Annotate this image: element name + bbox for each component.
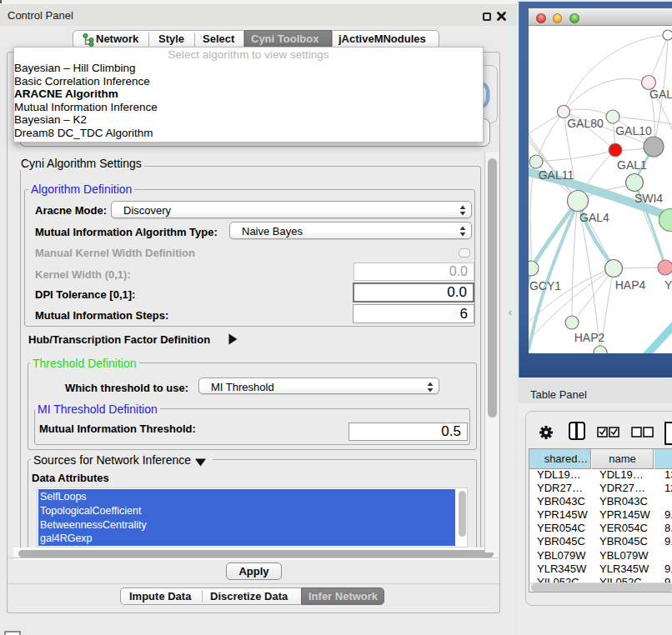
svg-text:SWI4: SWI4 — [634, 192, 663, 205]
svg-text:GAL1: GAL1 — [617, 158, 647, 172]
svg-text:GAL4: GAL4 — [579, 211, 609, 224]
svg-text:GAL7: GAL7 — [649, 88, 672, 101]
svg-text:GAL11: GAL11 — [539, 168, 574, 182]
svg-text:GCY1: GCY1 — [529, 279, 561, 292]
svg-text:GAL10: GAL10 — [615, 124, 652, 138]
svg-text:HAP2: HAP2 — [574, 331, 605, 344]
svg-text:GAL80: GAL80 — [567, 117, 604, 130]
svg-text:Y: Y — [664, 278, 672, 292]
svg-text:HAP4: HAP4 — [615, 278, 646, 292]
